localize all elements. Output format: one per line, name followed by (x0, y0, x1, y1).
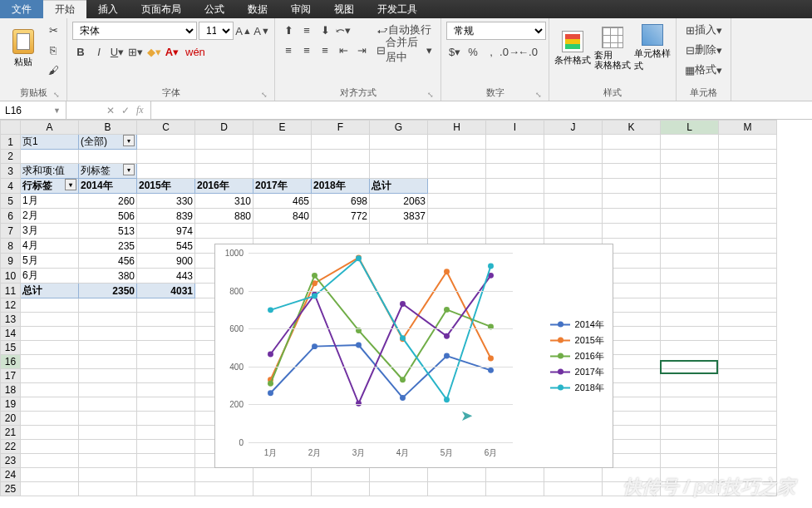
cell[interactable] (661, 426, 719, 440)
cell[interactable] (137, 397, 195, 412)
cell[interactable] (137, 426, 195, 440)
cell[interactable] (21, 454, 79, 468)
cell[interactable]: 235 (79, 239, 137, 254)
cell[interactable] (79, 313, 137, 327)
cell[interactable] (253, 482, 312, 496)
cell[interactable] (661, 397, 719, 412)
cell[interactable] (21, 468, 79, 482)
column-header[interactable]: F (312, 121, 370, 135)
row-header[interactable]: 7 (1, 224, 21, 239)
cell[interactable]: 310 (195, 194, 253, 209)
cell[interactable] (661, 341, 719, 355)
merge-center-button[interactable]: ⊟ 合并后居中▾ (373, 42, 436, 58)
cell[interactable] (195, 150, 253, 164)
cell[interactable] (137, 298, 195, 313)
cell[interactable] (137, 313, 195, 327)
decrease-font-button[interactable]: A▼ (253, 22, 270, 39)
cell[interactable]: 698 (312, 194, 370, 209)
cut-button[interactable]: ✂ (45, 22, 62, 38)
launcher-icon[interactable]: ⤡ (535, 91, 542, 99)
cell[interactable]: 974 (137, 224, 195, 239)
cell[interactable] (195, 164, 253, 179)
fill-color-button[interactable]: ◆▾ (145, 43, 162, 60)
cell[interactable] (79, 482, 137, 496)
row-header[interactable]: 10 (1, 269, 21, 284)
cell[interactable] (428, 224, 486, 239)
cell[interactable] (661, 209, 719, 224)
column-header[interactable]: D (195, 121, 253, 135)
column-header[interactable]: I (486, 121, 544, 135)
cell[interactable] (719, 224, 777, 239)
tab-review[interactable]: 审阅 (279, 0, 322, 18)
cell[interactable] (661, 150, 719, 164)
cell[interactable] (137, 482, 195, 496)
cell[interactable] (253, 135, 312, 150)
cell[interactable] (79, 150, 137, 164)
filter-dropdown-button[interactable]: ▾ (123, 164, 135, 175)
cell[interactable]: 260 (79, 194, 137, 209)
row-header[interactable]: 23 (1, 454, 21, 468)
cell[interactable]: 380 (79, 269, 137, 284)
cell[interactable] (370, 224, 428, 239)
row-header[interactable]: 5 (1, 194, 21, 209)
cell[interactable] (719, 135, 777, 150)
cell[interactable] (661, 179, 719, 194)
cell[interactable] (719, 239, 777, 254)
cell[interactable] (661, 254, 719, 269)
cell[interactable] (661, 313, 719, 327)
cell[interactable] (661, 355, 719, 369)
cell[interactable] (79, 412, 137, 426)
row-header[interactable]: 19 (1, 397, 21, 412)
row-header[interactable]: 21 (1, 426, 21, 440)
cell[interactable] (137, 369, 195, 383)
column-header[interactable]: A (21, 121, 79, 135)
number-format-combo[interactable]: 常规 (446, 22, 546, 40)
select-all-corner[interactable] (1, 121, 21, 135)
column-header[interactable]: M (719, 121, 777, 135)
cell[interactable] (79, 298, 137, 313)
cell[interactable] (719, 440, 777, 454)
cell[interactable] (719, 383, 777, 397)
cell[interactable] (544, 179, 603, 194)
conditional-format-button[interactable]: 条件格式 (554, 22, 591, 75)
align-top-button[interactable]: ⬆ (280, 22, 297, 38)
cell[interactable] (719, 298, 777, 313)
cell[interactable]: 513 (79, 224, 137, 239)
row-header[interactable]: 11 (1, 284, 21, 298)
cell[interactable] (428, 150, 486, 164)
cell[interactable]: 5月 (21, 254, 79, 269)
cell[interactable] (544, 482, 603, 496)
cell[interactable]: 2015年 (137, 179, 195, 194)
align-left-button[interactable]: ≡ (280, 42, 297, 58)
launcher-icon[interactable]: ⤡ (427, 91, 434, 99)
cell[interactable] (719, 327, 777, 341)
cell[interactable] (312, 164, 370, 179)
cell[interactable] (370, 150, 428, 164)
cell[interactable] (661, 412, 719, 426)
cell[interactable] (603, 209, 661, 224)
cell[interactable] (544, 194, 603, 209)
cell[interactable] (661, 369, 719, 383)
cell[interactable] (719, 179, 777, 194)
cell[interactable] (428, 468, 486, 482)
cell[interactable] (21, 298, 79, 313)
cell[interactable] (428, 135, 486, 150)
cell[interactable]: 总计 (370, 179, 428, 194)
cell[interactable] (428, 482, 486, 496)
cell[interactable] (195, 468, 253, 482)
cell[interactable] (719, 454, 777, 468)
copy-button[interactable]: ⎘ (45, 42, 62, 58)
cell[interactable] (661, 454, 719, 468)
cell[interactable] (79, 383, 137, 397)
cell[interactable] (21, 426, 79, 440)
accounting-format-button[interactable]: $▾ (446, 43, 463, 60)
row-header[interactable]: 22 (1, 440, 21, 454)
phonetic-button[interactable]: wén (182, 43, 209, 60)
cell[interactable] (428, 164, 486, 179)
cell[interactable] (486, 224, 544, 239)
cell[interactable] (544, 468, 603, 482)
cell[interactable] (603, 179, 661, 194)
cell[interactable]: 6月 (21, 269, 79, 284)
column-header[interactable]: H (428, 121, 486, 135)
cell[interactable]: 页1 (21, 135, 79, 150)
